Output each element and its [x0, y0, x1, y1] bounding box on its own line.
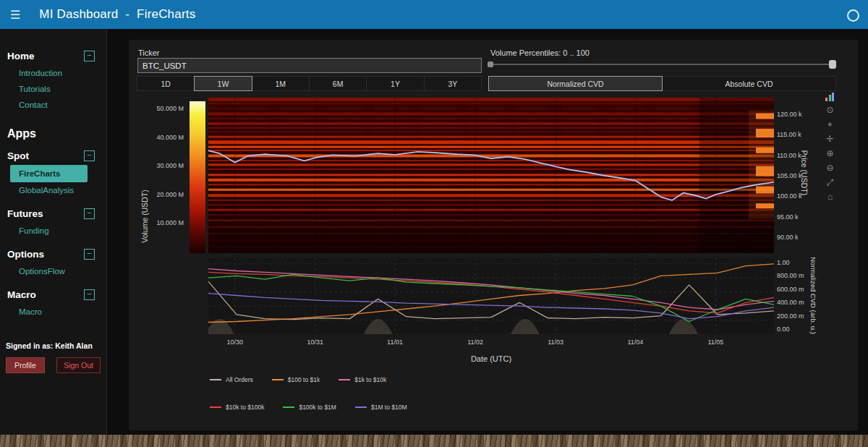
sign-out-button[interactable]: Sign Out — [56, 357, 101, 373]
fire-chart-heatmap[interactable] — [208, 98, 774, 253]
timeframe-1w-button[interactable]: 1W — [194, 76, 252, 91]
tick-label: 400.00 m — [777, 299, 804, 306]
normalized-cvd-chart[interactable] — [208, 258, 774, 334]
tick-label: 105.00 k — [777, 172, 802, 179]
spot-items: FireCharts GlobalAnalysis — [10, 165, 106, 198]
slider-track[interactable] — [489, 64, 835, 65]
slider-handle-max[interactable] — [829, 60, 836, 69]
section-label-options: Options — [7, 249, 44, 260]
home-items: Introduction Tutorials Contact — [10, 65, 106, 113]
collapse-icon[interactable]: − — [84, 51, 95, 61]
zoom-in-icon[interactable]: ⊕ — [825, 148, 835, 159]
legend-item[interactable]: $100k to $1M — [283, 404, 336, 411]
app-window: ☰ MI Dashboard - FireCharts Home − Intro… — [0, 0, 868, 447]
profile-button[interactable]: Profile — [6, 357, 45, 373]
sidebar: Home − Introduction Tutorials Contact Ap… — [0, 29, 107, 435]
legend-swatch — [272, 379, 284, 380]
absolute-cvd-button[interactable]: Absolute CVD — [662, 76, 836, 91]
ticker-label: Ticker — [138, 48, 160, 57]
zoom-icon[interactable]: ⌖ — [825, 119, 835, 130]
plotly-logo-icon[interactable] — [825, 93, 835, 101]
ticker-input[interactable] — [137, 58, 482, 73]
timeframe-1d-button[interactable]: 1D — [137, 76, 195, 91]
sidebar-item-contact[interactable]: Contact — [10, 97, 106, 113]
date-axis-label: Date (UTC) — [448, 354, 535, 363]
tick-label: 110.00 k — [777, 152, 801, 159]
legend-item[interactable]: $1M to $10M — [355, 404, 407, 411]
legend-item[interactable]: All Orders — [210, 376, 253, 383]
timeframe-1y-button[interactable]: 1Y — [366, 76, 424, 91]
legend-label: $1M to $10M — [371, 404, 407, 411]
section-label-spot: Spot — [7, 150, 29, 161]
futures-items: Funding — [10, 223, 106, 239]
legend-row: $10k to $100k$100k to $1M$1M to $10M — [210, 404, 407, 411]
legend-item[interactable]: $10k to $100k — [210, 404, 264, 411]
sidebar-item-macro[interactable]: Macro — [10, 304, 106, 320]
tick-label: 1.00 — [777, 259, 790, 266]
apps-heading: Apps — [7, 127, 106, 140]
sidebar-item-tutorials[interactable]: Tutorials — [10, 81, 106, 97]
collapse-icon[interactable]: − — [84, 208, 95, 219]
legend-label: All Orders — [226, 376, 253, 383]
volume-percentiles-slider[interactable] — [489, 59, 835, 69]
legend-label: $1k to $10k — [354, 376, 386, 383]
collapse-icon[interactable]: − — [84, 150, 95, 161]
sidebar-section-options: Options − — [0, 249, 106, 260]
legend-label: $10k to $100k — [226, 404, 264, 411]
status-circle-icon[interactable] — [847, 9, 859, 22]
tick-label: 40.000 M — [156, 134, 184, 141]
section-label-futures: Futures — [7, 208, 43, 219]
tick-label: 0.00 — [777, 325, 790, 333]
tick-label: 100.00 k — [777, 192, 802, 200]
legend-item[interactable]: $1k to $10k — [339, 376, 386, 383]
sidebar-item-globalanalysis[interactable]: GlobalAnalysis — [10, 182, 106, 198]
pan-icon[interactable]: ✛ — [825, 134, 835, 145]
date-axis-ticks: 10/3010/3111/0111/0211/0311/0411/05 — [208, 339, 774, 347]
date-tick-label: 10/31 — [307, 339, 324, 346]
date-tick-label: 11/05 — [708, 339, 724, 346]
price-axis-label: Price (USDT) — [800, 129, 809, 216]
date-tick-label: 11/04 — [627, 339, 643, 346]
legend-swatch — [210, 379, 221, 380]
sidebar-item-optionsflow[interactable]: OptionsFlow — [10, 263, 106, 279]
legend-swatch — [210, 406, 221, 408]
sidebar-item-firecharts[interactable]: FireCharts — [10, 165, 88, 182]
tick-label: 95.00 k — [777, 213, 799, 221]
legend-item[interactable]: $100 to $1k — [272, 376, 320, 383]
tick-label: 800.00 m — [777, 272, 804, 279]
zoom-out-icon[interactable]: ⊖ — [825, 163, 835, 174]
legend-swatch — [339, 379, 350, 380]
tick-label: 200.00 m — [777, 312, 804, 320]
sidebar-section-macro: Macro − — [0, 289, 106, 300]
macro-items: Macro — [10, 304, 106, 320]
tick-label: 600.00 m — [777, 286, 804, 293]
sidebar-item-funding[interactable]: Funding — [10, 223, 106, 239]
collapse-icon[interactable]: − — [84, 289, 95, 300]
sidebar-section-futures: Futures − — [0, 208, 106, 219]
camera-icon[interactable]: ⊙ — [825, 105, 835, 116]
tick-label: 20.000 M — [156, 191, 184, 198]
tick-label: 30.000 M — [156, 162, 184, 169]
cvd-axis-label: Normalized CVD (arb. u.) — [809, 238, 817, 354]
timeframe-3y-button[interactable]: 3Y — [424, 76, 482, 91]
hamburger-menu-icon[interactable]: ☰ — [10, 8, 20, 22]
timeframe-1m-button[interactable]: 1M — [252, 76, 310, 91]
autoscale-icon[interactable]: ⤢ — [825, 177, 835, 188]
date-tick-label: 10/30 — [226, 339, 243, 346]
tick-label: 50.000 M — [156, 105, 184, 112]
timeframe-6m-button[interactable]: 6M — [309, 76, 367, 91]
reset-axes-icon[interactable]: ⌂ — [825, 192, 835, 203]
sidebar-item-introduction[interactable]: Introduction — [10, 65, 106, 81]
collapse-icon[interactable]: − — [84, 249, 95, 260]
account-buttons: Profile Sign Out — [6, 357, 101, 373]
sidebar-section-home: Home − — [0, 51, 106, 61]
slider-handle-min[interactable] — [488, 61, 493, 67]
tick-label: 90.00 k — [777, 234, 799, 241]
normalized-cvd-button[interactable]: Normalized CVD — [488, 76, 663, 91]
cvd-axis-ticks: 1.00800.00 m600.00 m400.00 m200.00 m0.00 — [777, 259, 827, 339]
legend-row: All Orders$100 to $1k$1k to $10k — [210, 376, 386, 383]
legend-label: $100 to $1k — [288, 376, 320, 383]
legend-swatch — [283, 406, 294, 408]
top-header: ☰ MI Dashboard - FireCharts — [0, 0, 868, 29]
options-items: OptionsFlow — [10, 263, 106, 279]
